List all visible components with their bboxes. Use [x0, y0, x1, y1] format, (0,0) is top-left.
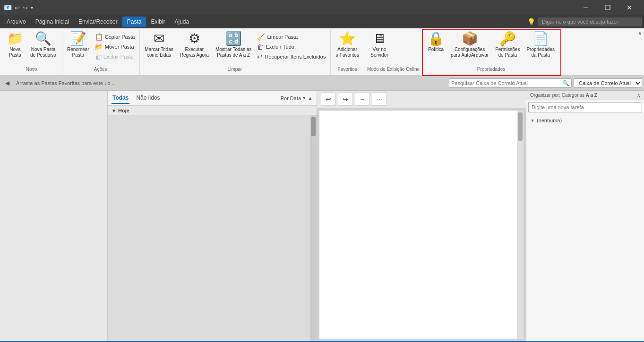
nav-arrows-bar: ↩ ↪ → ···: [317, 91, 526, 108]
mailbox-select[interactable]: Caixa de Correio Atual: [574, 78, 642, 88]
reading-area: ↩ ↪ → ···: [317, 91, 526, 341]
mover-pasta-button[interactable]: 📂 Mover Pasta: [93, 42, 137, 51]
left-panel: [0, 91, 108, 341]
politica-button[interactable]: 🔒 Política: [425, 30, 447, 54]
date-group-label: Hoje: [118, 108, 129, 113]
renomear-pasta-icon: 📝: [70, 32, 86, 45]
marcar-todas-button[interactable]: ✉ Marcar Todascomo Lidas: [142, 30, 176, 60]
config-autoarquivar-icon: 📦: [462, 32, 478, 45]
copiar-pasta-label: Copiar Pasta: [105, 34, 135, 40]
menu-arquivo[interactable]: Arquivo: [2, 17, 31, 27]
restore-button[interactable]: ❐: [597, 0, 618, 15]
marcar-todas-label: Marcar Todascomo Lidas: [145, 47, 173, 58]
sort-direction-icon: ▲: [308, 95, 313, 101]
ribbon-collapse-button[interactable]: ∧: [638, 30, 642, 37]
reading-scrollbar-thumb: [518, 112, 523, 141]
limpar-pasta-label: Limpar Pasta: [267, 34, 298, 40]
politica-icon: 🔒: [428, 32, 444, 45]
tell-me-input[interactable]: [538, 17, 642, 26]
propriedades-pasta-button[interactable]: 📄 Propriedadesda Pasta: [524, 30, 557, 60]
adicionar-favoritos-label: Adicionara Favoritos: [335, 47, 359, 58]
ribbon: 📁 NovaPasta 🔍 Nova Pastade Pesquisa Novo…: [0, 28, 644, 76]
ribbon-modo-label: Modo de Exibição Online: [367, 66, 420, 73]
ribbon-novo-buttons: 📁 NovaPasta 🔍 Nova Pastade Pesquisa: [4, 30, 59, 66]
ribbon-favoritos-label: Favoritos: [333, 66, 361, 73]
tasks-collapse-icon[interactable]: ∧: [637, 93, 640, 98]
config-autoarquivar-label: Configuraçõespara AutoArquivar: [451, 47, 489, 58]
forward-button[interactable]: →: [355, 93, 370, 106]
tasks-section-nenhuma: ▼ (nenhuma): [526, 114, 644, 127]
message-tabs: Todas Não lidos Por Data ▾ ▲: [108, 91, 317, 106]
recuperar-itens-icon: ↩: [257, 53, 263, 60]
message-list-scrollbar[interactable]: [310, 115, 317, 341]
sidebar-collapse-button[interactable]: ◀: [2, 77, 12, 89]
excluir-pasta-button[interactable]: 🗑 Excluir Pasta: [93, 52, 137, 61]
config-autoarquivar-button[interactable]: 📦 Configuraçõespara AutoArquivar: [448, 30, 491, 60]
minimize-button[interactable]: ─: [575, 0, 597, 15]
tasks-organize-label: Organizar por: Categorias A a Z: [530, 93, 597, 98]
search-box: 🔍: [449, 78, 572, 88]
lightbulb-icon: 💡: [527, 18, 535, 26]
mover-pasta-label: Mover Pasta: [105, 44, 134, 50]
renomear-pasta-button[interactable]: 📝 RenomearPasta: [64, 30, 92, 60]
menu-exibir[interactable]: Exibir: [146, 17, 170, 27]
adicionar-favoritos-button[interactable]: ⭐ Adicionara Favoritos: [333, 30, 361, 60]
nova-pasta-pesquisa-button[interactable]: 🔍 Nova Pastade Pesquisa: [27, 30, 59, 60]
propriedades-pasta-icon: 📄: [532, 32, 549, 45]
menu-pasta[interactable]: Pasta: [122, 17, 146, 27]
sort-control[interactable]: Por Data ▾ ▲: [281, 95, 313, 101]
permissoes-pasta-label: Permissõesde Pasta: [495, 47, 520, 58]
recuperar-itens-button[interactable]: ↩ Recuperar Itens Excluídos: [255, 52, 327, 61]
limpar-small-col: 🧹 Limpar Pasta 🗑 Excluir Tudo ↩ Recupera…: [255, 30, 327, 61]
quick-access-redo[interactable]: ↪: [23, 4, 28, 11]
quick-access-customize[interactable]: ▾: [31, 5, 33, 10]
ribbon-propriedades-label: Propriedades: [425, 66, 558, 73]
ribbon-propriedades-buttons: 🔒 Política 📦 Configuraçõespara AutoArqui…: [425, 30, 558, 66]
nova-pasta-button[interactable]: 📁 NovaPasta: [4, 30, 26, 60]
menu-enviar-receber[interactable]: Enviar/Receber: [74, 17, 122, 27]
reply-all-button[interactable]: ↪: [338, 93, 353, 106]
renomear-pasta-label: RenomearPasta: [67, 47, 89, 58]
reading-pane: [319, 110, 524, 339]
tasks-az-label: A a Z: [586, 93, 597, 98]
quick-access-undo[interactable]: ↩: [15, 4, 20, 11]
ver-servidor-button[interactable]: 🖥 Ver noServidor: [367, 30, 392, 60]
ribbon-favoritos-buttons: ⭐ Adicionara Favoritos: [333, 30, 361, 66]
ribbon-group-modo: 🖥 Ver noServidor Modo de Exibição Online: [365, 30, 423, 75]
ribbon-group-limpar: ✉ Marcar Todascomo Lidas ⚙ ExecutarRegra…: [140, 30, 331, 75]
nova-pasta-label: NovaPasta: [9, 47, 21, 58]
ribbon-group-favoritos: ⭐ Adicionara Favoritos Favoritos: [331, 30, 365, 75]
copiar-pasta-button[interactable]: 📋 Copiar Pasta: [93, 32, 137, 42]
mostrar-pastas-button[interactable]: 🔡 Mostrar Todas asPastas de A a Z: [213, 30, 255, 60]
more-options-button[interactable]: ···: [372, 93, 387, 106]
executar-regras-label: ExecutarRegras Agora: [180, 47, 209, 58]
search-icon: 🔍: [562, 80, 569, 86]
title-bar: 📧 ↩ ↪ ▾ ─ ❐ ✕: [0, 0, 644, 15]
copiar-pasta-icon: 📋: [95, 33, 103, 41]
search-input[interactable]: [451, 80, 562, 86]
nova-pasta-icon: 📁: [7, 32, 24, 45]
reading-pane-scrollbar[interactable]: [517, 111, 524, 339]
date-group-hoje: ▼ Hoje: [108, 106, 317, 115]
menu-ajuda[interactable]: Ajuda: [170, 17, 194, 27]
ribbon-group-novo: 📁 NovaPasta 🔍 Nova Pastade Pesquisa Novo: [2, 30, 62, 75]
ver-servidor-label: Ver noServidor: [370, 47, 388, 58]
close-button[interactable]: ✕: [618, 0, 640, 15]
ribbon-modo-buttons: 🖥 Ver noServidor: [367, 30, 392, 66]
tab-todas[interactable]: Todas: [112, 93, 129, 104]
executar-regras-button[interactable]: ⚙ ExecutarRegras Agora: [177, 30, 212, 60]
excluir-tudo-button[interactable]: 🗑 Excluir Tudo: [255, 42, 327, 51]
title-bar-left: 📧 ↩ ↪ ▾: [4, 4, 33, 11]
ver-servidor-icon: 🖥: [373, 32, 386, 45]
menu-pagina-inicial[interactable]: Página Inicial: [31, 17, 74, 27]
tasks-section-arrow: ▼: [530, 118, 535, 123]
ribbon-group-propriedades: 🔒 Política 📦 Configuraçõespara AutoArqui…: [422, 29, 561, 76]
marcar-todas-icon: ✉: [154, 32, 164, 45]
ribbon-acoes-label: Ações: [64, 66, 137, 73]
back-button[interactable]: ↩: [321, 93, 336, 106]
permissoes-pasta-button[interactable]: 🔑 Permissõesde Pasta: [492, 30, 523, 60]
limpar-pasta-button[interactable]: 🧹 Limpar Pasta: [255, 32, 327, 42]
ribbon-acoes-buttons: 📝 RenomearPasta 📋 Copiar Pasta 📂 Mover P…: [64, 30, 137, 66]
tab-nao-lidos[interactable]: Não lidos: [135, 93, 161, 104]
tasks-input[interactable]: [528, 102, 642, 112]
